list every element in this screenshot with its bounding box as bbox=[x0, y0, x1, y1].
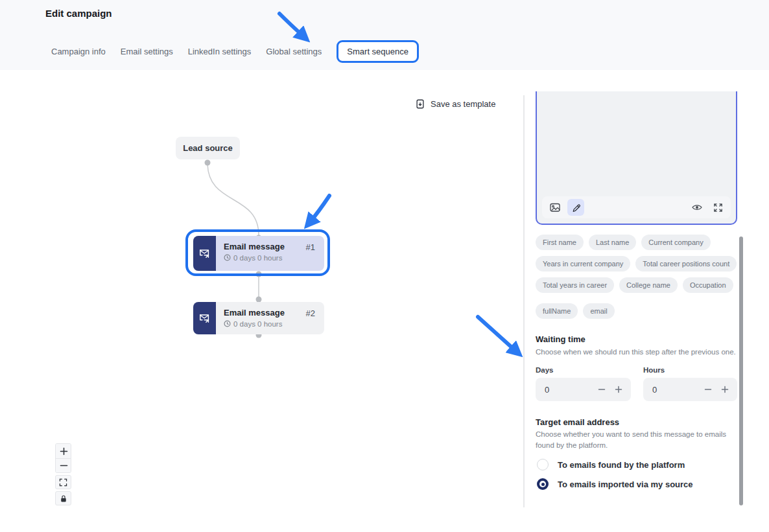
tab-email-settings[interactable]: Email settings bbox=[121, 41, 173, 62]
arrow-to-waiting-time bbox=[478, 317, 517, 352]
tab-smart-sequence[interactable]: Smart sequence bbox=[337, 40, 419, 63]
variable-chip[interactable]: College name bbox=[619, 277, 678, 293]
radio-unselected-icon[interactable] bbox=[537, 459, 549, 470]
radio-option[interactable]: To emails found by the platform bbox=[537, 459, 739, 470]
target-email-description: Choose whether you want to send this mes… bbox=[536, 429, 737, 450]
variable-chips: First nameLast nameCurrent companyYears … bbox=[536, 235, 738, 299]
save-as-template-label: Save as template bbox=[431, 99, 495, 109]
custom-chip[interactable]: email bbox=[583, 303, 614, 319]
days-decrement-button[interactable] bbox=[593, 386, 610, 393]
lead-source-node[interactable]: Lead source bbox=[176, 137, 240, 159]
editor-toolbar bbox=[542, 196, 731, 218]
panel-scrollbar[interactable] bbox=[739, 237, 743, 505]
zoom-in-button[interactable] bbox=[56, 444, 71, 458]
email-send-icon bbox=[193, 302, 216, 334]
node-title: Email message bbox=[224, 242, 316, 252]
panel-divider bbox=[523, 95, 525, 507]
target-email-options: To emails found by the platformTo emails… bbox=[537, 459, 739, 498]
variable-chip[interactable]: Last name bbox=[589, 235, 636, 250]
fit-view-button[interactable] bbox=[55, 475, 71, 489]
lock-canvas-button[interactable] bbox=[55, 491, 71, 505]
radio-option-label: To emails imported via my source bbox=[558, 480, 693, 489]
lead-source-label: Lead source bbox=[183, 143, 233, 153]
tab-linkedin-settings[interactable]: LinkedIn settings bbox=[188, 41, 252, 62]
node-delay-text: 0 days 0 hours bbox=[233, 254, 282, 262]
clock-icon bbox=[224, 320, 231, 327]
email-message-node-1[interactable]: Email message #1 0 days 0 hours bbox=[193, 236, 324, 271]
canvas-zoom-controls bbox=[55, 443, 71, 505]
hours-stepper[interactable]: 0 bbox=[643, 378, 737, 401]
waiting-time-title: Waiting time bbox=[536, 334, 586, 344]
tab-campaign-info[interactable]: Campaign info bbox=[51, 41, 106, 62]
custom-chip[interactable]: fullName bbox=[536, 303, 578, 319]
header: Edit campaign Campaign infoEmail setting… bbox=[0, 0, 769, 70]
days-label: Days bbox=[536, 366, 554, 374]
zoom-out-button[interactable] bbox=[56, 458, 71, 472]
hours-label: Hours bbox=[643, 366, 665, 374]
node-badge: #1 bbox=[306, 242, 315, 252]
hours-decrement-button[interactable] bbox=[700, 386, 716, 393]
save-as-template-button[interactable]: Save as template bbox=[415, 98, 495, 110]
edit-text-button[interactable] bbox=[567, 199, 584, 216]
arrow-to-email-node bbox=[309, 196, 329, 223]
radio-option-label: To emails found by the platform bbox=[558, 460, 685, 470]
variable-chip[interactable]: First name bbox=[536, 235, 584, 250]
days-stepper[interactable]: 0 bbox=[536, 378, 631, 401]
node-title: Email message bbox=[224, 308, 316, 318]
clock-icon bbox=[224, 254, 231, 261]
tab-bar: Campaign infoEmail settingsLinkedIn sett… bbox=[51, 38, 419, 65]
node-badge: #2 bbox=[306, 308, 315, 318]
target-email-title: Target email address bbox=[536, 417, 619, 427]
preview-eye-button[interactable] bbox=[689, 199, 705, 216]
waiting-time-description: Choose when we should run this step afte… bbox=[536, 347, 737, 358]
custom-chips: fullNameemail bbox=[536, 303, 738, 319]
hours-value[interactable]: 0 bbox=[652, 385, 700, 395]
days-increment-button[interactable] bbox=[610, 386, 627, 393]
expand-editor-button[interactable] bbox=[709, 199, 726, 216]
hours-increment-button[interactable] bbox=[716, 386, 733, 393]
node-delay-text: 0 days 0 hours bbox=[233, 320, 282, 328]
radio-selected-icon[interactable] bbox=[537, 478, 549, 490]
email-send-icon bbox=[193, 236, 216, 271]
save-template-icon bbox=[415, 98, 425, 110]
variable-chip[interactable]: Years in current company bbox=[536, 256, 630, 272]
page-title: Edit campaign bbox=[45, 8, 112, 19]
variable-chip[interactable]: Current company bbox=[641, 235, 710, 250]
variable-chip[interactable]: Total years in career bbox=[536, 277, 614, 293]
days-value[interactable]: 0 bbox=[545, 385, 593, 395]
variable-chip[interactable]: Total career positions count bbox=[635, 256, 737, 272]
message-editor[interactable] bbox=[536, 91, 737, 225]
email-message-node-2[interactable]: Email message #2 0 days 0 hours bbox=[193, 302, 324, 334]
tab-global-settings[interactable]: Global settings bbox=[266, 41, 322, 62]
radio-option[interactable]: To emails imported via my source bbox=[537, 478, 739, 490]
insert-image-button[interactable] bbox=[547, 199, 563, 216]
variable-chip[interactable]: Occupation bbox=[683, 277, 733, 293]
